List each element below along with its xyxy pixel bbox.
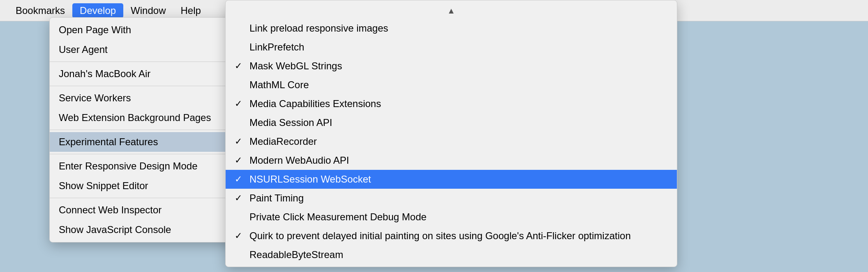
check-mark: ✓ bbox=[235, 231, 245, 241]
menu-item-label: Open Page With bbox=[59, 24, 131, 36]
check-mark: ✓ bbox=[235, 61, 245, 71]
item-label: MathML Core bbox=[249, 79, 668, 91]
right-menu-item-private-click[interactable]: Private Click Measurement Debug Mode bbox=[226, 208, 677, 226]
menubar-window[interactable]: Window bbox=[123, 3, 173, 18]
item-label: Media Session API bbox=[249, 117, 668, 128]
item-label: LinkPrefetch bbox=[249, 41, 668, 53]
item-label: Private Click Measurement Debug Mode bbox=[249, 211, 668, 223]
item-label: Link preload responsive images bbox=[249, 23, 668, 34]
menu-item-label: Jonah's MacBook Air bbox=[59, 68, 150, 80]
menu-item-label: Service Workers bbox=[59, 92, 131, 104]
menubar-bookmarks[interactable]: Bookmarks bbox=[8, 3, 72, 18]
right-menu-item-mask-webgl[interactable]: ✓ Mask WebGL Strings bbox=[226, 57, 677, 75]
item-label: Modern WebAudio API bbox=[249, 155, 668, 166]
right-menu-item-mathml[interactable]: MathML Core bbox=[226, 75, 677, 94]
check-mark: ✓ bbox=[235, 193, 245, 203]
check-mark: ✓ bbox=[235, 155, 245, 166]
menu-item-label: Experimental Features bbox=[59, 136, 158, 148]
menu-item-label: Connect Web Inspector bbox=[59, 204, 162, 216]
item-label: NSURLSession WebSocket bbox=[249, 174, 668, 185]
right-menu-item-mediarecorder[interactable]: ✓ MediaRecorder bbox=[226, 132, 677, 151]
right-menu-item-media-session[interactable]: Media Session API bbox=[226, 113, 677, 132]
check-mark: ✓ bbox=[235, 174, 245, 185]
check-mark: ✓ bbox=[235, 98, 245, 109]
right-menu-item-media-capabilities[interactable]: ✓ Media Capabilities Extensions bbox=[226, 94, 677, 113]
menu-item-label: Web Extension Background Pages bbox=[59, 112, 211, 123]
right-menu-item-linkprefetch[interactable]: LinkPrefetch bbox=[226, 38, 677, 57]
right-menu-item-readable-bytestream[interactable]: ReadableByteStream bbox=[226, 245, 677, 264]
menu-item-label: Show JavaScript Console bbox=[59, 224, 171, 235]
menubar-develop[interactable]: Develop bbox=[72, 3, 123, 18]
item-label: Mask WebGL Strings bbox=[249, 60, 668, 72]
check-mark: ✓ bbox=[235, 136, 245, 147]
item-label: ReadableByteStream bbox=[249, 249, 668, 261]
item-label: Paint Timing bbox=[249, 192, 668, 204]
right-menu-item-paint-timing[interactable]: ✓ Paint Timing bbox=[226, 189, 677, 208]
menu-item-label: User Agent bbox=[59, 44, 108, 55]
right-menu-item-nsurlsession[interactable]: ✓ NSURLSession WebSocket bbox=[226, 170, 677, 189]
item-label: Quirk to prevent delayed initial paintin… bbox=[249, 230, 668, 242]
item-label: MediaRecorder bbox=[249, 136, 668, 147]
menu-item-label: Enter Responsive Design Mode bbox=[59, 160, 198, 172]
right-menu-item-modern-webaudio[interactable]: ✓ Modern WebAudio API bbox=[226, 151, 677, 170]
item-label: Media Capabilities Extensions bbox=[249, 98, 668, 110]
menu-item-label: Show Snippet Editor bbox=[59, 180, 148, 192]
menubar-help[interactable]: Help bbox=[173, 3, 208, 18]
right-menu-item-quirk[interactable]: ✓ Quirk to prevent delayed initial paint… bbox=[226, 226, 677, 245]
collapse-arrow-icon[interactable]: ▲ bbox=[226, 3, 677, 19]
experimental-features-submenu: ▲ Link preload responsive images LinkPre… bbox=[225, 0, 677, 267]
right-menu-item-link-preload[interactable]: Link preload responsive images bbox=[226, 19, 677, 38]
